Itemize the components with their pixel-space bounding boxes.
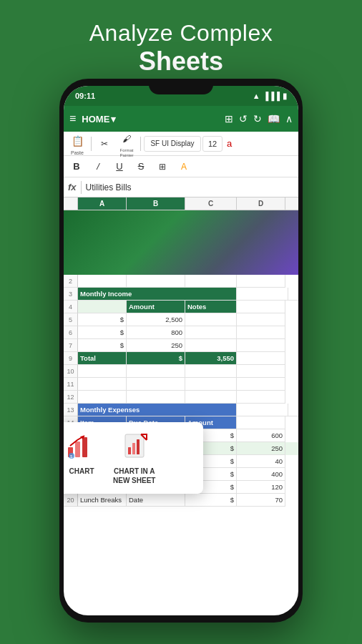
phone-notch — [149, 79, 213, 94]
cell-15-amount: 600 — [237, 429, 285, 442]
status-time: 09:11 — [75, 92, 95, 100]
paste-button[interactable]: 📋 — [67, 132, 87, 150]
cell-5d — [237, 313, 285, 326]
home-tab[interactable]: HOME ▾ — [82, 114, 116, 125]
table-row: 9 Total $ 3,550 — [64, 352, 298, 365]
chart-new-sheet-icon — [119, 433, 150, 460]
cell-19-amount: 120 — [237, 481, 285, 494]
row-num-5: 5 — [64, 313, 78, 326]
cell-20-dollar: $ — [185, 494, 237, 507]
headline-line2: Sheets — [0, 47, 362, 77]
table-row: 13 Monthly Expenses — [64, 404, 298, 416]
cell-3d — [288, 288, 298, 301]
cell-total-label: Total — [78, 352, 127, 365]
headline-line1: Analyze Complex — [0, 20, 362, 47]
chart-new-sheet-popup-item[interactable]: CHART IN ANEW SHEET — [113, 431, 155, 485]
phone-screen: 09:11 ▲ ▐▐▐ ▮ ≡ HOME ▾ ⊞ ↺ ↻ — [64, 86, 298, 615]
row-num-header — [64, 197, 78, 210]
cell-5a-dollar: $ — [78, 313, 127, 326]
cell-20-amount: 70 — [237, 494, 285, 507]
svg-rect-9 — [137, 439, 140, 454]
font-name-selector[interactable]: SF UI Display — [144, 136, 201, 152]
cell-total-amount: 3,550 — [185, 352, 237, 365]
format-divider2 — [140, 137, 141, 151]
format-divider1 — [91, 137, 92, 151]
highlight-button[interactable]: A — [174, 157, 194, 176]
row-num-12: 12 — [64, 391, 78, 404]
cell-2b[interactable] — [127, 275, 185, 288]
menu-icon[interactable]: ≡ — [69, 112, 76, 125]
event-budget-background — [64, 210, 298, 275]
svg-rect-8 — [132, 443, 135, 454]
cell-4d — [237, 301, 285, 313]
cell-5c — [185, 313, 237, 326]
cell-6b-amount: 800 — [127, 326, 185, 339]
row-num-9: 9 — [64, 352, 78, 365]
row-num-10: 10 — [64, 365, 78, 378]
cell-2c[interactable] — [185, 275, 237, 288]
cell-7a-dollar: $ — [78, 339, 127, 352]
table-row: 7 $ 250 — [64, 339, 298, 352]
cell-5b-amount: 2,500 — [127, 313, 185, 326]
undo-icon[interactable]: ↺ — [239, 113, 248, 125]
col-header-d: D — [237, 197, 285, 210]
toolbar-action-icons: ⊞ ↺ ↻ 📖 ∧ — [225, 113, 293, 125]
book-icon[interactable]: 📖 — [268, 113, 280, 125]
cell-7d — [237, 339, 285, 352]
dropdown-icon: ▾ — [111, 114, 116, 125]
svg-rect-2 — [82, 437, 87, 457]
italic-button[interactable]: / — [88, 157, 108, 176]
font-size-input[interactable]: 12 — [202, 136, 222, 152]
table-row: 4 Amount Notes — [64, 301, 298, 313]
col-header-b: B — [127, 197, 185, 210]
table-row: 2 — [64, 275, 298, 288]
border-button[interactable]: ⊞ — [152, 157, 172, 176]
column-headers: A B C D — [64, 197, 298, 210]
grid-icon[interactable]: ⊞ — [225, 113, 233, 125]
table-row: 10 — [64, 365, 298, 378]
collapse-icon[interactable]: ∧ — [285, 113, 293, 125]
chart-label: CHART — [69, 467, 94, 476]
cell-6d — [237, 326, 285, 339]
formula-bar: fx Utilities Bills — [64, 177, 298, 197]
event-budget-banner — [64, 210, 298, 275]
cell-9d — [237, 352, 285, 365]
cut-button[interactable]: ✂ — [94, 135, 114, 153]
battery-icon: ▮ — [283, 92, 287, 101]
bold-button[interactable]: B — [67, 157, 87, 176]
cell-20-item: Lunch Breaks — [78, 494, 127, 507]
table-row: 20 Lunch Breaks Date $ 70 — [64, 494, 298, 507]
strikethrough-button[interactable]: S — [131, 157, 151, 176]
phone-frame: 09:11 ▲ ▐▐▐ ▮ ≡ HOME ▾ ⊞ ↺ ↻ — [59, 79, 303, 623]
row-num-7: 7 — [64, 339, 78, 352]
cell-2d[interactable] — [237, 275, 285, 288]
row-num-4: 4 — [64, 301, 78, 313]
format-bar-row2: B / U S ⊞ A — [64, 156, 298, 177]
format-painter-button[interactable]: 🖌 — [117, 130, 137, 148]
chart-new-sheet-icon-wrap — [117, 431, 152, 462]
font-color-a[interactable]: a — [227, 138, 232, 149]
row-num-2: 2 — [64, 275, 78, 288]
cell-2a[interactable] — [78, 275, 127, 288]
cell-18-amount: 400 — [237, 468, 285, 481]
cell-7b-amount: 250 — [127, 339, 185, 352]
underline-button[interactable]: U — [109, 157, 129, 176]
cell-total-dollar: $ — [127, 352, 185, 365]
redo-icon[interactable]: ↻ — [253, 113, 262, 125]
signal-icon: ▐▐▐ — [263, 92, 280, 100]
format-bar-row1: 📋 Paste ✂ 🖌 FormatPainter SF UI Display … — [64, 132, 298, 156]
chart-icon-wrap: $ — [64, 431, 99, 462]
headline-area: Analyze Complex Sheets — [0, 0, 362, 77]
table-row: 11 — [64, 378, 298, 391]
chart-popup-item[interactable]: $ CHART — [64, 431, 99, 476]
insert-popup-menu[interactable]: $ CHART — [64, 422, 203, 494]
paste-label: Paste — [71, 150, 84, 155]
formula-value[interactable]: Utilities Bills — [86, 182, 132, 192]
cell-16-amount: 250 — [237, 442, 285, 455]
table-row: 3 Monthly Income — [64, 288, 298, 301]
cell-20-date: Date — [127, 494, 185, 507]
table-row: 5 $ 2,500 — [64, 313, 298, 326]
wifi-icon: ▲ — [253, 92, 260, 100]
home-label: HOME — [82, 114, 109, 125]
cell-6c — [185, 326, 237, 339]
